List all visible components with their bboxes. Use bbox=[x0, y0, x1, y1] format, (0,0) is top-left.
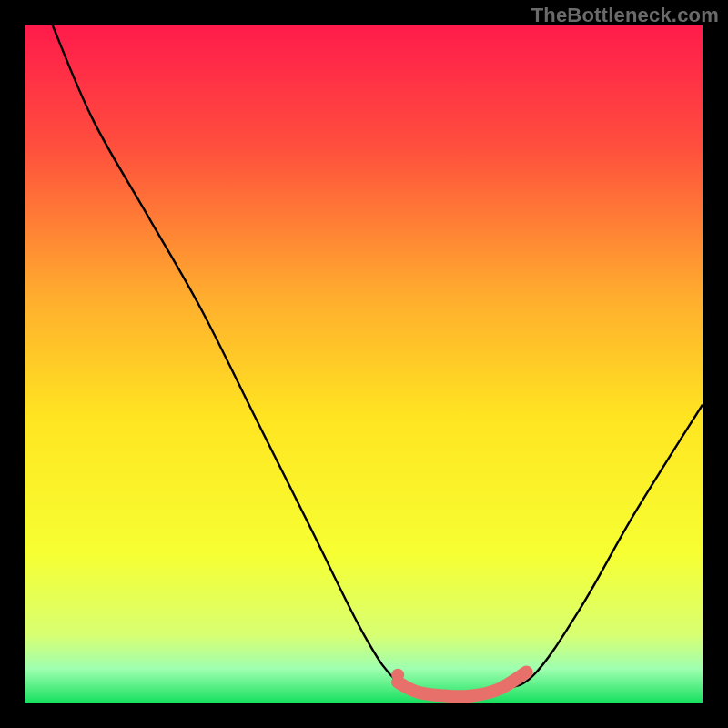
watermark-text: TheBottleneck.com bbox=[531, 4, 719, 27]
gradient-background bbox=[25, 25, 703, 703]
bottleneck-chart bbox=[25, 25, 703, 703]
chart-frame bbox=[25, 25, 703, 703]
optimal-zone-start-dot bbox=[391, 669, 404, 682]
